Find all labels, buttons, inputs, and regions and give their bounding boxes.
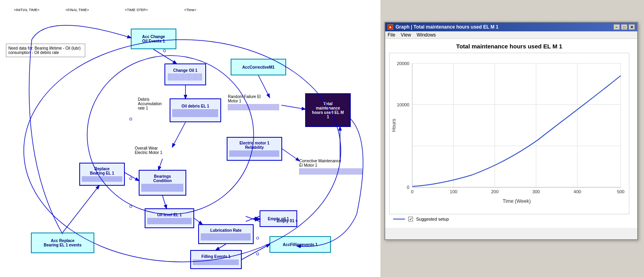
graph-chart-title: Total maintenance hours used EL M 1 <box>389 43 629 50</box>
lubrication-rate-label: Lubrication Rate <box>210 228 242 233</box>
oil-level-box[interactable]: Oil level EL 1 <box>145 208 194 228</box>
acc-filling-label: AccFillingevents 1 <box>283 242 318 247</box>
svg-text:200: 200 <box>491 190 499 194</box>
svg-point-22 <box>130 205 132 208</box>
overall-wear-label: Overall WearElectric Motor 1 <box>135 146 182 155</box>
graph-titlebar-left: ■ Graph | Total maintenance hours used E… <box>388 24 499 30</box>
svg-text:Time (Week): Time (Week) <box>503 198 531 204</box>
oil-debris-box[interactable]: Oil debris EL 1 <box>170 98 221 122</box>
filling-events-box[interactable]: Filling Events 1 <box>190 250 242 269</box>
graph-titlebar: ■ Graph | Total maintenance hours used E… <box>385 23 637 31</box>
svg-line-15 <box>242 244 269 260</box>
filling-events-label: Filling Events 1 <box>201 254 230 259</box>
time-step-label: <TIME STEP> <box>125 8 148 12</box>
graph-area: 20000 10000 0 0 100 200 300 400 500 Hour… <box>389 53 629 214</box>
acc-corrective-label: AccCorrectiveM1 <box>242 65 275 69</box>
svg-point-24 <box>256 253 259 255</box>
graph-content: Total maintenance hours used EL M 1 <box>385 39 637 228</box>
svg-line-17 <box>63 186 99 233</box>
oil-level-label: Oil level EL 1 <box>157 213 182 217</box>
el-motor-label: Electric motor 1Reliability <box>239 141 269 150</box>
acc-change-oil-label: Acc ChangeOil Events 1 <box>142 35 165 43</box>
svg-line-18 <box>125 173 139 181</box>
svg-text:10000: 10000 <box>397 102 409 107</box>
graph-legend: ✓ Suggested setup <box>389 214 629 224</box>
maximize-button[interactable]: □ <box>621 24 627 30</box>
acc-corrective-box[interactable]: AccCorrectiveM1 <box>231 59 286 75</box>
replace-bearing-box[interactable]: ReplaceBearing EL 1 <box>79 163 125 186</box>
svg-text:Hours: Hours <box>391 119 397 132</box>
svg-text:400: 400 <box>573 190 581 194</box>
svg-line-5 <box>159 159 162 170</box>
el-motor-box[interactable]: Electric motor 1Reliability <box>227 137 282 161</box>
svg-line-9 <box>246 216 260 221</box>
window-controls: − □ ✕ <box>613 24 635 30</box>
svg-text:0: 0 <box>407 185 409 190</box>
empty-01-label: Empty 01 + <box>277 219 298 223</box>
replace-bearing-label: ReplaceBearing EL 1 <box>90 167 114 175</box>
time-label: <Time> <box>184 8 196 12</box>
svg-line-16 <box>216 244 226 250</box>
total-maint-box[interactable]: Totalmaintenancehours used EL M1 <box>305 93 351 127</box>
debris-accum-label: DebrisAccumulationrate 1 <box>138 97 174 110</box>
svg-point-19 <box>163 50 166 52</box>
svg-text:20000: 20000 <box>397 61 409 66</box>
minimize-button[interactable]: − <box>613 24 620 30</box>
svg-text:500: 500 <box>617 190 625 194</box>
random-failure-label: Random Failure ElMotor 1 <box>228 94 279 110</box>
svg-text:100: 100 <box>450 190 457 194</box>
oil-debris-label: Oil debris EL 1 <box>182 104 209 108</box>
svg-point-21 <box>130 177 132 180</box>
graph-window-title: Graph | Total maintenance hours used EL … <box>396 24 499 30</box>
corrective-maint-label: Corrective MaintenanceEl Motor 1 <box>299 159 363 175</box>
svg-line-7 <box>194 218 202 224</box>
svg-line-11 <box>281 105 305 109</box>
svg-point-20 <box>130 118 132 120</box>
svg-line-13 <box>282 149 299 161</box>
lubrication-rate-box[interactable]: Lubrication Rate <box>198 224 254 244</box>
simulation-canvas: <INITIAL TIME> <FINAL TIME> <TIME STEP> … <box>0 0 380 277</box>
legend-checkbox[interactable]: ✓ <box>408 217 413 221</box>
svg-text:300: 300 <box>532 190 540 194</box>
close-button[interactable]: ✕ <box>629 24 635 30</box>
acc-change-oil-box[interactable]: Acc ChangeOil Events 1 <box>131 29 176 49</box>
graph-window: ■ Graph | Total maintenance hours used E… <box>384 22 638 240</box>
svg-text:0: 0 <box>411 190 413 194</box>
menu-windows[interactable]: Windows <box>417 32 436 38</box>
note-box: Need data for: Bearing lifetime - Oil (l… <box>6 44 85 57</box>
svg-line-2 <box>153 49 176 63</box>
svg-line-12 <box>258 75 269 97</box>
graph-app-icon: ■ <box>388 24 393 30</box>
initial-time-label: <INITIAL TIME> <box>14 8 40 12</box>
change-oil-label: Change Oil 1 <box>173 68 197 73</box>
menu-view[interactable]: View <box>401 32 411 38</box>
bearings-cond-box[interactable]: BearingsCondition <box>139 170 186 196</box>
legend-label: Suggested setup <box>416 217 449 221</box>
note-text: Need data for: Bearing lifetime - Oil (l… <box>8 46 80 55</box>
bearings-cond-label: BearingsCondition <box>153 174 172 183</box>
menu-file[interactable]: File <box>388 32 395 38</box>
total-maint-label: Totalmaintenancehours used EL M1 <box>312 102 344 119</box>
svg-line-6 <box>162 196 166 208</box>
acc-replace-bearing-label: Acc ReplaceBearing EL 1 events <box>44 239 81 247</box>
legend-line <box>393 219 405 219</box>
graph-svg: 20000 10000 0 0 100 200 300 400 500 Hour… <box>390 53 629 214</box>
acc-replace-bearing-box[interactable]: Acc ReplaceBearing EL 1 events <box>31 233 94 253</box>
svg-line-4 <box>172 122 185 147</box>
svg-point-23 <box>256 237 259 239</box>
acc-filling-box[interactable]: AccFillingevents 1 <box>269 236 331 253</box>
change-oil-box[interactable]: Change Oil 1 <box>164 63 206 85</box>
final-time-label: <FINAL TIME> <box>65 8 89 12</box>
svg-line-10 <box>246 216 260 221</box>
graph-menubar: File View Windows <box>385 31 637 39</box>
